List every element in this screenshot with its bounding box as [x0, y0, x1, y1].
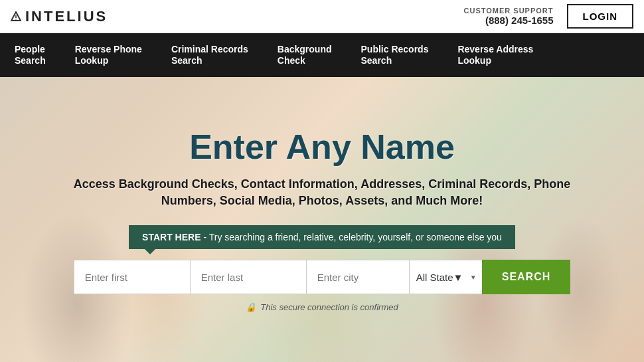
logo-icon: [11, 11, 21, 22]
login-button[interactable]: LOGIN: [567, 4, 634, 29]
start-here-label: START HERE: [142, 232, 201, 242]
customer-support-block: CUSTOMER SUPPORT (888) 245-1655: [464, 7, 554, 26]
start-here-text: - Try searching a friend, relative, cele…: [201, 232, 502, 242]
nav-item-criminal-records[interactable]: Criminal RecordsSearch: [157, 33, 263, 77]
customer-support-phone[interactable]: (888) 245-1655: [464, 15, 554, 26]
city-input[interactable]: [306, 260, 409, 294]
start-here-banner: START HERE - Try searching a friend, rel…: [129, 225, 515, 249]
state-select[interactable]: All State▼ ALAKAZAR CACOCTDE FLGAHIID IL…: [409, 260, 482, 294]
top-bar: INTELIUS CUSTOMER SUPPORT (888) 245-1655…: [0, 0, 644, 33]
nav-item-reverse-phone[interactable]: Reverse PhoneLookup: [60, 33, 157, 77]
nav-item-people-search[interactable]: PeopleSearch: [0, 33, 60, 77]
customer-support-label: CUSTOMER SUPPORT: [464, 7, 554, 15]
top-right: CUSTOMER SUPPORT (888) 245-1655 LOGIN: [464, 4, 633, 29]
nav-item-public-records[interactable]: Public RecordsSearch: [347, 33, 443, 77]
logo-area[interactable]: INTELIUS: [11, 8, 108, 25]
svg-point-2: [15, 19, 17, 20]
search-button[interactable]: SEARCH: [482, 260, 571, 294]
nav-item-reverse-address[interactable]: Reverse AddressLookup: [443, 33, 548, 77]
hero-section: Enter Any Name Access Background Checks,…: [0, 77, 644, 362]
nav-item-background-check[interactable]: BackgroundCheck: [263, 33, 347, 77]
nav-bar: PeopleSearch Reverse PhoneLookup Crimina…: [0, 33, 644, 77]
lock-icon: 🔒: [246, 302, 256, 312]
secure-connection-text: This secure connection is confirmed: [260, 302, 398, 312]
secure-connection-indicator: 🔒 This secure connection is confirmed: [13, 302, 631, 312]
hero-title: Enter Any Name: [13, 127, 631, 167]
hero-content: Enter Any Name Access Background Checks,…: [0, 127, 644, 312]
hero-subtitle: Access Background Checks, Contact Inform…: [73, 176, 571, 209]
first-name-input[interactable]: [74, 260, 190, 294]
logo-text: INTELIUS: [25, 8, 108, 25]
state-wrapper: All State▼ ALAKAZAR CACOCTDE FLGAHIID IL…: [409, 260, 482, 294]
search-form: All State▼ ALAKAZAR CACOCTDE FLGAHIID IL…: [13, 260, 631, 294]
last-name-input[interactable]: [190, 260, 306, 294]
